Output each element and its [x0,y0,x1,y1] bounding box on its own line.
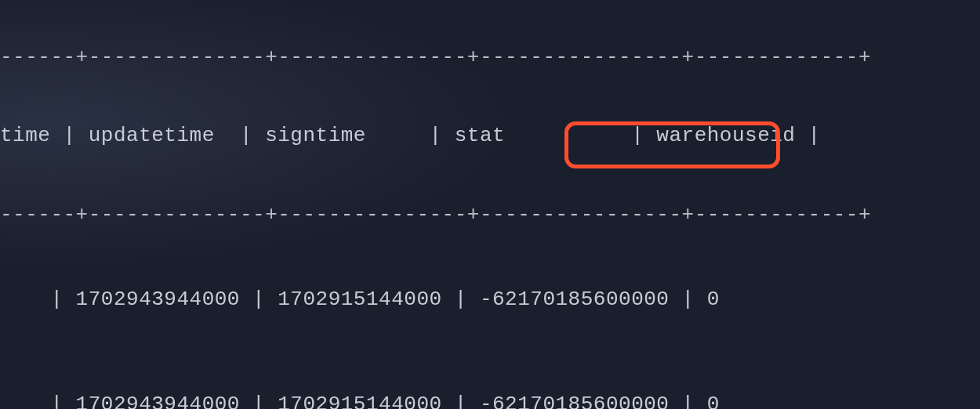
table-divider-mid: ------+--------------+---------------+--… [0,203,980,227]
table-row: | 1702943944000 | 1702915144000 | -62170… [0,373,980,409]
table-row: | 1702943944000 | 1702915144000 | -62170… [0,268,980,332]
table-divider-top: ------+--------------+---------------+--… [0,45,980,70]
table-header-row: time | updatetime | signtime | stat | wa… [0,110,980,161]
terminal-output: ------+--------------+---------------+--… [0,0,980,409]
